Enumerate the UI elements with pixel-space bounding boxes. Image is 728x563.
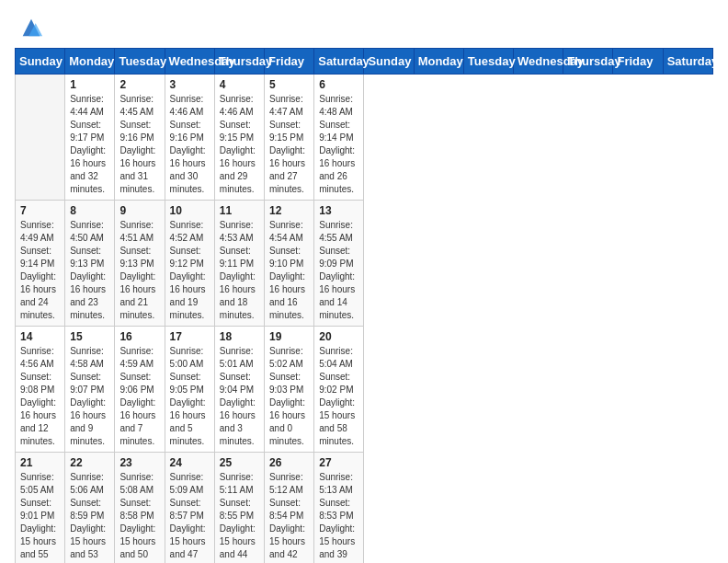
day-number: 25 xyxy=(220,456,259,469)
day-number: 6 xyxy=(319,78,358,91)
weekday-header-wednesday: Wednesday xyxy=(514,49,563,75)
day-number: 3 xyxy=(170,78,210,91)
day-number: 7 xyxy=(20,204,60,217)
calendar-cell: 23 Sunrise: 5:08 AMSunset: 8:58 PMDaylig… xyxy=(115,453,165,564)
day-number: 2 xyxy=(119,78,159,91)
day-info: Sunrise: 4:46 AMSunset: 9:16 PMDaylight:… xyxy=(170,93,210,196)
calendar-cell: 21 Sunrise: 5:05 AMSunset: 9:01 PMDaylig… xyxy=(16,453,65,564)
calendar-cell: 8 Sunrise: 4:50 AMSunset: 9:13 PMDayligh… xyxy=(65,201,115,327)
day-info: Sunrise: 5:08 AMSunset: 8:58 PMDaylight:… xyxy=(119,471,159,563)
calendar-cell: 11 Sunrise: 4:53 AMSunset: 9:11 PMDaylig… xyxy=(214,201,264,327)
header-tuesday: Tuesday xyxy=(115,49,165,75)
logo-icon xyxy=(18,15,44,40)
calendar-header-row: SundayMondayTuesdayWednesdayThursdayFrid… xyxy=(16,49,713,75)
day-info: Sunrise: 5:12 AMSunset: 8:54 PMDaylight:… xyxy=(269,471,309,563)
calendar-cell: 20 Sunrise: 5:04 AMSunset: 9:02 PMDaylig… xyxy=(314,327,364,453)
calendar-cell: 16 Sunrise: 4:59 AMSunset: 9:06 PMDaylig… xyxy=(115,327,165,453)
day-info: Sunrise: 5:13 AMSunset: 8:53 PMDaylight:… xyxy=(319,471,358,563)
calendar-cell: 14 Sunrise: 4:56 AMSunset: 9:08 PMDaylig… xyxy=(16,327,65,453)
calendar-cell: 1 Sunrise: 4:44 AMSunset: 9:17 PMDayligh… xyxy=(65,75,115,201)
calendar-cell: 6 Sunrise: 4:48 AMSunset: 9:14 PMDayligh… xyxy=(314,75,364,201)
calendar-cell: 7 Sunrise: 4:49 AMSunset: 9:14 PMDayligh… xyxy=(16,201,65,327)
calendar-week-row: 14 Sunrise: 4:56 AMSunset: 9:08 PMDaylig… xyxy=(16,327,713,453)
weekday-header-monday: Monday xyxy=(414,49,463,75)
day-info: Sunrise: 5:02 AMSunset: 9:03 PMDaylight:… xyxy=(269,345,309,448)
day-info: Sunrise: 4:58 AMSunset: 9:07 PMDaylight:… xyxy=(70,345,109,448)
day-info: Sunrise: 5:01 AMSunset: 9:04 PMDaylight:… xyxy=(220,345,259,448)
day-number: 5 xyxy=(269,78,309,91)
calendar-cell xyxy=(16,75,65,201)
day-info: Sunrise: 5:09 AMSunset: 8:57 PMDaylight:… xyxy=(170,471,210,563)
day-info: Sunrise: 4:47 AMSunset: 9:15 PMDaylight:… xyxy=(269,93,309,196)
calendar-cell: 19 Sunrise: 5:02 AMSunset: 9:03 PMDaylig… xyxy=(265,327,314,453)
weekday-header-thursday: Thursday xyxy=(563,49,613,75)
calendar-cell: 25 Sunrise: 5:11 AMSunset: 8:55 PMDaylig… xyxy=(214,453,264,564)
day-number: 23 xyxy=(119,456,159,469)
day-number: 18 xyxy=(220,330,259,343)
calendar-week-row: 1 Sunrise: 4:44 AMSunset: 9:17 PMDayligh… xyxy=(16,75,713,201)
day-number: 10 xyxy=(170,204,210,217)
day-number: 24 xyxy=(170,456,210,469)
day-info: Sunrise: 4:46 AMSunset: 9:15 PMDaylight:… xyxy=(220,93,259,196)
day-info: Sunrise: 4:50 AMSunset: 9:13 PMDaylight:… xyxy=(70,219,109,322)
calendar-cell: 17 Sunrise: 5:00 AMSunset: 9:05 PMDaylig… xyxy=(165,327,214,453)
page-header xyxy=(15,15,713,40)
day-number: 13 xyxy=(319,204,358,217)
day-number: 15 xyxy=(70,330,109,343)
day-number: 27 xyxy=(319,456,358,469)
day-number: 20 xyxy=(319,330,358,343)
header-saturday: Saturday xyxy=(314,49,364,75)
header-sunday: Sunday xyxy=(16,49,65,75)
calendar-week-row: 21 Sunrise: 5:05 AMSunset: 9:01 PMDaylig… xyxy=(16,453,713,564)
day-number: 26 xyxy=(269,456,309,469)
day-number: 22 xyxy=(70,456,109,469)
header-friday: Friday xyxy=(265,49,314,75)
day-number: 12 xyxy=(269,204,309,217)
day-info: Sunrise: 4:56 AMSunset: 9:08 PMDaylight:… xyxy=(20,345,60,448)
day-number: 4 xyxy=(220,78,259,91)
day-info: Sunrise: 5:06 AMSunset: 8:59 PMDaylight:… xyxy=(70,471,109,563)
calendar-cell: 2 Sunrise: 4:45 AMSunset: 9:16 PMDayligh… xyxy=(115,75,165,201)
calendar-cell: 13 Sunrise: 4:55 AMSunset: 9:09 PMDaylig… xyxy=(314,201,364,327)
day-info: Sunrise: 5:11 AMSunset: 8:55 PMDaylight:… xyxy=(220,471,259,563)
day-info: Sunrise: 5:04 AMSunset: 9:02 PMDaylight:… xyxy=(319,345,358,448)
day-info: Sunrise: 4:45 AMSunset: 9:16 PMDaylight:… xyxy=(119,93,159,196)
day-number: 1 xyxy=(70,78,109,91)
header-wednesday: Wednesday xyxy=(165,49,214,75)
calendar-cell: 15 Sunrise: 4:58 AMSunset: 9:07 PMDaylig… xyxy=(65,327,115,453)
weekday-header-tuesday: Tuesday xyxy=(463,49,513,75)
day-number: 16 xyxy=(119,330,159,343)
calendar-cell: 22 Sunrise: 5:06 AMSunset: 8:59 PMDaylig… xyxy=(65,453,115,564)
day-number: 11 xyxy=(220,204,259,217)
header-monday: Monday xyxy=(65,49,115,75)
logo xyxy=(15,15,44,40)
calendar-cell: 9 Sunrise: 4:51 AMSunset: 9:13 PMDayligh… xyxy=(115,201,165,327)
day-info: Sunrise: 4:55 AMSunset: 9:09 PMDaylight:… xyxy=(319,219,358,322)
calendar-table: SundayMondayTuesdayWednesdayThursdayFrid… xyxy=(15,48,713,563)
day-number: 9 xyxy=(119,204,159,217)
day-info: Sunrise: 4:52 AMSunset: 9:12 PMDaylight:… xyxy=(170,219,210,322)
calendar-cell: 3 Sunrise: 4:46 AMSunset: 9:16 PMDayligh… xyxy=(165,75,214,201)
calendar-cell: 27 Sunrise: 5:13 AMSunset: 8:53 PMDaylig… xyxy=(314,453,364,564)
calendar-cell: 10 Sunrise: 4:52 AMSunset: 9:12 PMDaylig… xyxy=(165,201,214,327)
calendar-cell: 4 Sunrise: 4:46 AMSunset: 9:15 PMDayligh… xyxy=(214,75,264,201)
calendar-cell: 5 Sunrise: 4:47 AMSunset: 9:15 PMDayligh… xyxy=(265,75,314,201)
calendar-week-row: 7 Sunrise: 4:49 AMSunset: 9:14 PMDayligh… xyxy=(16,201,713,327)
day-info: Sunrise: 5:05 AMSunset: 9:01 PMDaylight:… xyxy=(20,471,60,563)
day-info: Sunrise: 4:49 AMSunset: 9:14 PMDaylight:… xyxy=(20,219,60,322)
weekday-header-friday: Friday xyxy=(613,49,663,75)
day-info: Sunrise: 4:54 AMSunset: 9:10 PMDaylight:… xyxy=(269,219,309,322)
header-thursday: Thursday xyxy=(214,49,264,75)
day-number: 17 xyxy=(170,330,210,343)
day-number: 8 xyxy=(70,204,109,217)
calendar-cell: 24 Sunrise: 5:09 AMSunset: 8:57 PMDaylig… xyxy=(165,453,214,564)
weekday-header-saturday: Saturday xyxy=(663,49,712,75)
day-info: Sunrise: 4:59 AMSunset: 9:06 PMDaylight:… xyxy=(119,345,159,448)
day-info: Sunrise: 4:51 AMSunset: 9:13 PMDaylight:… xyxy=(119,219,159,322)
day-info: Sunrise: 4:44 AMSunset: 9:17 PMDaylight:… xyxy=(70,93,109,196)
day-info: Sunrise: 4:48 AMSunset: 9:14 PMDaylight:… xyxy=(319,93,358,196)
day-info: Sunrise: 5:00 AMSunset: 9:05 PMDaylight:… xyxy=(170,345,210,448)
day-number: 21 xyxy=(20,456,60,469)
calendar-cell: 26 Sunrise: 5:12 AMSunset: 8:54 PMDaylig… xyxy=(265,453,314,564)
weekday-header-sunday: Sunday xyxy=(364,49,414,75)
